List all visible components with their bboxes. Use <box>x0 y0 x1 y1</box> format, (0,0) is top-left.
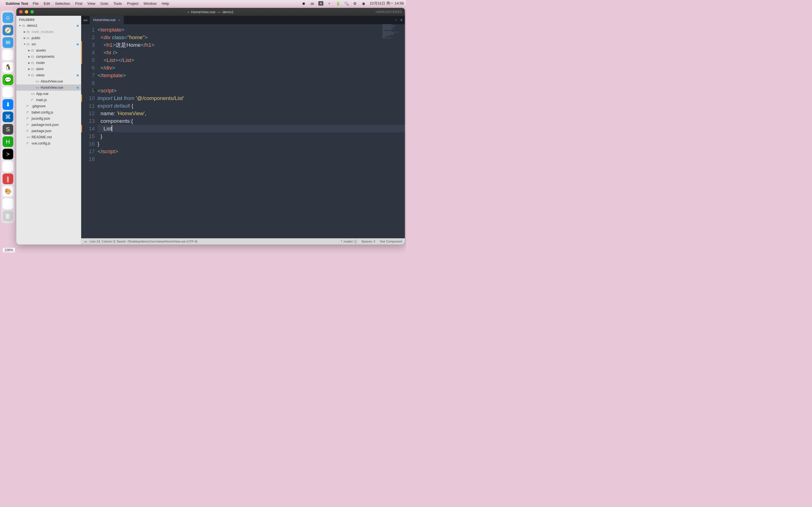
tree-item-homeview-vue[interactable]: <>HomeView.vue <box>16 84 81 91</box>
dock-item-sublime[interactable]: S <box>3 124 13 135</box>
line-number[interactable]: 11 <box>82 102 95 110</box>
tree-item-app-vue[interactable]: <>App.vue <box>16 91 81 97</box>
disclosure-arrow-icon[interactable]: ▶ <box>28 66 31 71</box>
code-line[interactable]: <script> <box>98 87 405 94</box>
dock-item-mail[interactable]: ✉ <box>3 37 13 48</box>
menu-project[interactable]: Project <box>127 1 139 6</box>
disclosure-arrow-icon[interactable]: ▶ <box>28 48 31 53</box>
tree-item-package-lock-json[interactable]: /*package-lock.json <box>16 122 81 128</box>
tree-item-package-json[interactable]: /*package.json <box>16 128 81 134</box>
line-number[interactable]: 4 <box>82 49 95 56</box>
input-method-icon[interactable]: A <box>318 1 323 6</box>
disclosure-arrow-icon[interactable]: ▼ <box>18 23 21 28</box>
disclosure-arrow-icon[interactable]: ▶ <box>28 54 31 59</box>
dock-item-finder[interactable]: ☺ <box>3 12 13 23</box>
tree-item-assets[interactable]: ▶🗀assets <box>16 47 81 54</box>
dock-item-preview[interactable]: 🖼 <box>3 198 13 209</box>
code-line[interactable]: List <box>98 125 405 132</box>
dock-item-wechat[interactable]: 💬 <box>3 74 13 85</box>
menu-find[interactable]: Find <box>75 1 82 6</box>
code-line[interactable]: <template> <box>98 26 405 34</box>
app-name[interactable]: Sublime Text <box>6 1 28 6</box>
spotlight-icon[interactable]: 🔍 <box>344 1 349 6</box>
tree-item-babel-config-js[interactable]: /*babel.config.js <box>16 109 81 115</box>
dock-item-figma[interactable]: ❖ <box>3 87 13 98</box>
dock-item-terminal[interactable]: > <box>3 149 13 159</box>
menubar-datetime[interactable]: 10月31日 周一 14:56 <box>370 1 404 6</box>
tree-item-node-modules[interactable]: ▶🗀node_modules <box>16 29 81 35</box>
tree-item-router[interactable]: ▶🗀router <box>16 60 81 66</box>
cloud-icon[interactable]: ꝏ <box>310 1 314 6</box>
code-line[interactable]: } <box>98 132 405 140</box>
code-line[interactable]: <hr /> <box>98 49 405 56</box>
tree-item-readme-md[interactable]: <>README.md <box>16 134 81 140</box>
disclosure-arrow-icon[interactable]: ▼ <box>28 73 31 78</box>
menu-goto[interactable]: Goto <box>100 1 108 6</box>
indent-setting[interactable]: Spaces: 2 <box>361 240 375 243</box>
disclosure-arrow-icon[interactable]: ▶ <box>28 60 31 65</box>
code-line[interactable]: import List from '@/components/List' <box>98 94 405 102</box>
code-line[interactable]: } <box>98 140 405 148</box>
dock-item-thunder[interactable]: ⬇ <box>3 99 13 110</box>
minimap[interactable] <box>382 24 405 64</box>
tab-homeview[interactable]: HomeView.vue × <box>90 16 124 24</box>
window-close-button[interactable] <box>19 10 22 13</box>
tree-item-main-js[interactable]: /*main.js <box>16 97 81 103</box>
line-number[interactable]: 18 <box>82 155 95 163</box>
panel-switcher-icon[interactable]: ▭ <box>84 240 87 243</box>
code-line[interactable] <box>98 155 405 163</box>
tree-item-vue-config-js[interactable]: /*vue.config.js <box>16 140 81 147</box>
window-maximize-button[interactable] <box>31 10 34 13</box>
record-icon[interactable]: ⏺ <box>301 1 306 6</box>
dock-item-chrome[interactable]: ◎ <box>3 50 13 60</box>
tree-item-public[interactable]: ▶🗀public <box>16 35 81 41</box>
dock-item-safari[interactable]: 🧭 <box>3 25 13 36</box>
menu-window[interactable]: Window <box>144 1 156 6</box>
menu-selection[interactable]: Selection <box>55 1 70 6</box>
tree-item-src[interactable]: ▼🗀src <box>16 41 81 47</box>
git-branch[interactable]: ᛘ master 1 <box>341 240 357 243</box>
code-content[interactable]: <template> <div class="home"> <h1>这是Home… <box>98 24 405 238</box>
code-line[interactable]: <h1>这是Home</h1> <box>98 41 405 49</box>
code-editor[interactable]: 123456789101112131415161718 <template> <… <box>81 24 405 238</box>
disclosure-arrow-icon[interactable]: ▶ <box>23 36 26 41</box>
tab-close-icon[interactable]: × <box>118 18 121 22</box>
tree-item-jsconfig-json[interactable]: /*jsconfig.json <box>16 115 81 122</box>
code-line[interactable]: <List></List> <box>98 56 405 64</box>
wifi-icon[interactable]: ᯤ <box>327 1 332 6</box>
code-line[interactable]: export default { <box>98 102 405 110</box>
disclosure-arrow-icon[interactable]: ▼ <box>23 42 26 47</box>
nav-forward-icon[interactable]: ▶ <box>86 18 88 22</box>
tab-dropdown-icon[interactable]: ▼ <box>400 18 403 22</box>
line-number[interactable]: 13 <box>82 117 95 125</box>
line-number[interactable]: 2 <box>82 34 95 41</box>
window-minimize-button[interactable] <box>25 10 28 13</box>
line-number[interactable]: 6 <box>82 64 95 71</box>
syntax-setting[interactable]: Vue Component <box>380 240 402 243</box>
dock-item-trash[interactable]: 🗑 <box>3 211 13 221</box>
line-number[interactable]: 12 <box>82 110 95 117</box>
battery-icon[interactable]: 🔋 <box>336 1 340 6</box>
tree-item--gitignore[interactable]: /*.gitignore <box>16 103 81 109</box>
new-tab-icon[interactable]: + <box>395 18 398 22</box>
control-center-icon[interactable]: ⚙ <box>353 1 357 6</box>
line-number[interactable]: 17 <box>82 148 95 155</box>
line-number[interactable]: 7 <box>82 71 95 79</box>
line-number[interactable]: 1 <box>82 26 95 34</box>
code-line[interactable]: components:{ <box>98 117 405 125</box>
code-line[interactable]: </script> <box>98 148 405 155</box>
nav-back-icon[interactable]: ◀ <box>83 18 85 22</box>
line-number[interactable]: 10 <box>82 94 95 102</box>
line-number[interactable]: 16 <box>82 140 95 148</box>
menu-tools[interactable]: Tools <box>113 1 122 6</box>
menu-file[interactable]: File <box>33 1 39 6</box>
dock-item-qq[interactable]: 🐧 <box>3 62 13 73</box>
tree-item-components[interactable]: ▶🗀components <box>16 54 81 60</box>
line-number[interactable]: 15 <box>82 132 95 140</box>
siri-icon[interactable]: ◉ <box>361 1 366 6</box>
tree-item-store[interactable]: ▶🗀store <box>16 66 81 72</box>
line-number[interactable]: 8 <box>82 79 95 87</box>
line-number[interactable]: 14 <box>82 125 95 132</box>
code-line[interactable]: name: 'HomeView', <box>98 110 405 117</box>
tree-item-views[interactable]: ▼🗀views <box>16 72 81 78</box>
